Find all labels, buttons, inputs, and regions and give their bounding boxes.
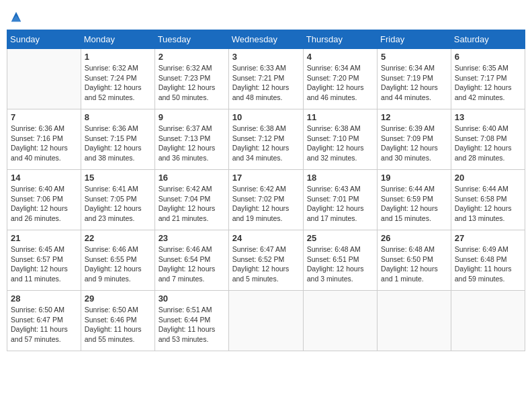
calendar-cell: 3Sunrise: 6:33 AMSunset: 7:21 PMDaylight…: [228, 49, 303, 109]
day-number: 7: [11, 112, 77, 122]
day-info: Sunrise: 6:48 AMSunset: 6:51 PMDaylight:…: [307, 244, 373, 284]
calendar-cell: 16Sunrise: 6:42 AMSunset: 7:04 PMDayligh…: [154, 170, 228, 230]
weekday-header: Sunday: [7, 30, 81, 49]
calendar-cell: 5Sunrise: 6:34 AMSunset: 7:19 PMDaylight…: [378, 49, 451, 109]
day-number: 22: [85, 233, 151, 243]
day-number: 17: [232, 173, 300, 183]
day-info: Sunrise: 6:48 AMSunset: 6:50 PMDaylight:…: [381, 244, 447, 284]
day-info: Sunrise: 6:40 AMSunset: 7:06 PMDaylight:…: [11, 184, 77, 224]
page-header: [7, 7, 525, 26]
calendar-cell: 11Sunrise: 6:38 AMSunset: 7:10 PMDayligh…: [303, 109, 377, 170]
day-number: 15: [85, 173, 151, 183]
weekday-header: Wednesday: [228, 30, 303, 49]
day-number: 29: [85, 293, 151, 304]
calendar-cell: 23Sunrise: 6:46 AMSunset: 6:54 PMDayligh…: [154, 230, 228, 291]
day-info: Sunrise: 6:50 AMSunset: 6:47 PMDaylight:…: [11, 305, 77, 345]
day-info: Sunrise: 6:39 AMSunset: 7:09 PMDaylight:…: [381, 124, 447, 163]
day-info: Sunrise: 6:51 AMSunset: 6:44 PMDaylight:…: [159, 305, 225, 345]
day-number: 28: [11, 293, 77, 304]
day-number: 4: [307, 52, 373, 62]
day-info: Sunrise: 6:45 AMSunset: 6:57 PMDaylight:…: [11, 244, 77, 284]
day-number: 2: [159, 52, 225, 62]
day-info: Sunrise: 6:34 AMSunset: 7:19 PMDaylight:…: [381, 63, 447, 103]
day-info: Sunrise: 6:49 AMSunset: 6:48 PMDaylight:…: [455, 244, 521, 284]
day-number: 25: [307, 233, 373, 243]
calendar-table: SundayMondayTuesdayWednesdayThursdayFrid…: [7, 30, 525, 351]
day-number: 14: [11, 173, 77, 183]
calendar-cell: 15Sunrise: 6:41 AMSunset: 7:05 PMDayligh…: [81, 170, 154, 230]
day-number: 3: [232, 52, 300, 62]
day-number: 26: [381, 233, 447, 243]
day-info: Sunrise: 6:41 AMSunset: 7:05 PMDaylight:…: [85, 184, 151, 224]
day-number: 23: [159, 233, 225, 243]
calendar-cell: 2Sunrise: 6:32 AMSunset: 7:23 PMDaylight…: [154, 49, 228, 109]
day-number: 18: [307, 173, 373, 183]
day-number: 11: [307, 112, 373, 122]
day-info: Sunrise: 6:38 AMSunset: 7:12 PMDaylight:…: [232, 124, 300, 163]
day-number: 13: [455, 112, 521, 122]
calendar-cell: 6Sunrise: 6:35 AMSunset: 7:17 PMDaylight…: [451, 49, 525, 109]
day-info: Sunrise: 6:36 AMSunset: 7:15 PMDaylight:…: [85, 124, 151, 163]
logo: [9, 11, 22, 21]
day-number: 6: [455, 52, 521, 62]
calendar-week-row: 21Sunrise: 6:45 AMSunset: 6:57 PMDayligh…: [7, 230, 525, 291]
calendar-cell: 29Sunrise: 6:50 AMSunset: 6:46 PMDayligh…: [81, 291, 154, 351]
day-info: Sunrise: 6:44 AMSunset: 6:59 PMDaylight:…: [381, 184, 447, 224]
logo-icon: [10, 11, 22, 23]
day-info: Sunrise: 6:50 AMSunset: 6:46 PMDaylight:…: [85, 305, 151, 345]
day-number: 16: [159, 173, 225, 183]
day-number: 8: [85, 112, 151, 122]
calendar-cell: 13Sunrise: 6:40 AMSunset: 7:08 PMDayligh…: [451, 109, 525, 170]
weekday-header: Tuesday: [154, 30, 228, 49]
calendar-cell: 10Sunrise: 6:38 AMSunset: 7:12 PMDayligh…: [228, 109, 303, 170]
day-number: 30: [159, 293, 225, 304]
calendar-cell: [451, 291, 525, 351]
calendar-week-row: 14Sunrise: 6:40 AMSunset: 7:06 PMDayligh…: [7, 170, 525, 230]
day-info: Sunrise: 6:40 AMSunset: 7:08 PMDaylight:…: [455, 124, 521, 163]
calendar-cell: 1Sunrise: 6:32 AMSunset: 7:24 PMDaylight…: [81, 49, 154, 109]
day-number: 1: [85, 52, 151, 62]
calendar-cell: [378, 291, 451, 351]
calendar-cell: 12Sunrise: 6:39 AMSunset: 7:09 PMDayligh…: [378, 109, 451, 170]
calendar-header-row: SundayMondayTuesdayWednesdayThursdayFrid…: [7, 30, 525, 49]
day-info: Sunrise: 6:37 AMSunset: 7:13 PMDaylight:…: [159, 124, 225, 163]
calendar-cell: [7, 49, 81, 109]
calendar-cell: [228, 291, 303, 351]
calendar-cell: 30Sunrise: 6:51 AMSunset: 6:44 PMDayligh…: [154, 291, 228, 351]
calendar-cell: 4Sunrise: 6:34 AMSunset: 7:20 PMDaylight…: [303, 49, 377, 109]
weekday-header: Monday: [81, 30, 154, 49]
calendar-cell: 26Sunrise: 6:48 AMSunset: 6:50 PMDayligh…: [378, 230, 451, 291]
day-info: Sunrise: 6:43 AMSunset: 7:01 PMDaylight:…: [307, 184, 373, 224]
day-number: 9: [159, 112, 225, 122]
calendar-cell: 7Sunrise: 6:36 AMSunset: 7:16 PMDaylight…: [7, 109, 81, 170]
day-number: 12: [381, 112, 447, 122]
day-info: Sunrise: 6:46 AMSunset: 6:54 PMDaylight:…: [159, 244, 225, 284]
calendar-cell: 9Sunrise: 6:37 AMSunset: 7:13 PMDaylight…: [154, 109, 228, 170]
svg-marker-1: [11, 15, 21, 21]
day-info: Sunrise: 6:35 AMSunset: 7:17 PMDaylight:…: [455, 63, 521, 103]
calendar-week-row: 1Sunrise: 6:32 AMSunset: 7:24 PMDaylight…: [7, 49, 525, 109]
weekday-header: Thursday: [303, 30, 377, 49]
day-number: 19: [381, 173, 447, 183]
calendar-cell: 18Sunrise: 6:43 AMSunset: 7:01 PMDayligh…: [303, 170, 377, 230]
calendar-cell: 24Sunrise: 6:47 AMSunset: 6:52 PMDayligh…: [228, 230, 303, 291]
calendar-cell: 8Sunrise: 6:36 AMSunset: 7:15 PMDaylight…: [81, 109, 154, 170]
day-info: Sunrise: 6:44 AMSunset: 6:58 PMDaylight:…: [455, 184, 521, 224]
day-number: 27: [455, 233, 521, 243]
calendar-cell: 17Sunrise: 6:42 AMSunset: 7:02 PMDayligh…: [228, 170, 303, 230]
day-number: 20: [455, 173, 521, 183]
calendar-cell: 27Sunrise: 6:49 AMSunset: 6:48 PMDayligh…: [451, 230, 525, 291]
day-info: Sunrise: 6:36 AMSunset: 7:16 PMDaylight:…: [11, 124, 77, 163]
day-number: 21: [11, 233, 77, 243]
weekday-header: Saturday: [451, 30, 525, 49]
calendar-cell: 19Sunrise: 6:44 AMSunset: 6:59 PMDayligh…: [378, 170, 451, 230]
day-info: Sunrise: 6:38 AMSunset: 7:10 PMDaylight:…: [307, 124, 373, 163]
day-number: 24: [232, 233, 300, 243]
calendar-cell: 20Sunrise: 6:44 AMSunset: 6:58 PMDayligh…: [451, 170, 525, 230]
calendar-cell: 22Sunrise: 6:46 AMSunset: 6:55 PMDayligh…: [81, 230, 154, 291]
day-info: Sunrise: 6:34 AMSunset: 7:20 PMDaylight:…: [307, 63, 373, 103]
day-info: Sunrise: 6:32 AMSunset: 7:24 PMDaylight:…: [85, 63, 151, 103]
day-info: Sunrise: 6:42 AMSunset: 7:02 PMDaylight:…: [232, 184, 300, 224]
day-info: Sunrise: 6:42 AMSunset: 7:04 PMDaylight:…: [159, 184, 225, 224]
calendar-cell: 28Sunrise: 6:50 AMSunset: 6:47 PMDayligh…: [7, 291, 81, 351]
